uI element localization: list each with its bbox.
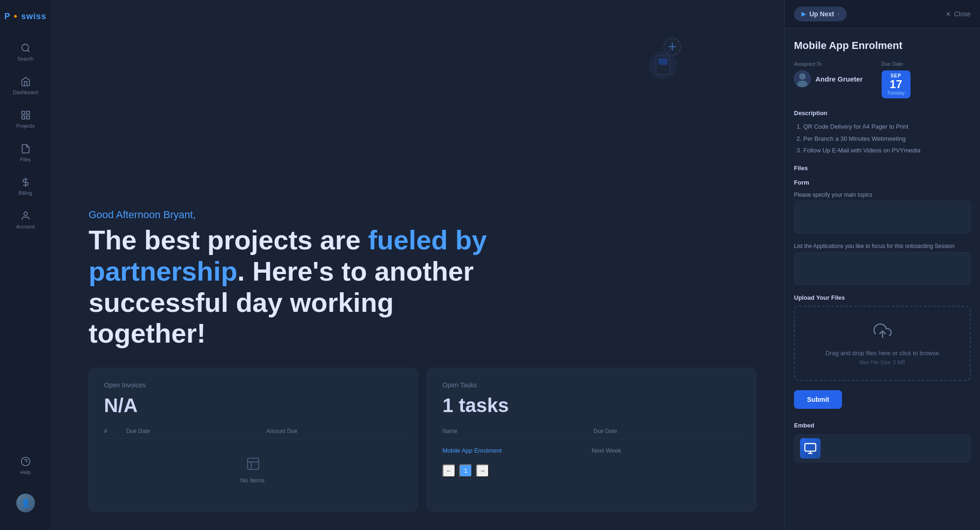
task-name[interactable]: Mobile App Enrolment bbox=[442, 447, 592, 454]
form-label-1: Please specify your main topics bbox=[794, 192, 971, 198]
sidebar-item-search[interactable]: Search bbox=[0, 36, 51, 68]
tasks-card-title: Open Tasks bbox=[442, 381, 741, 389]
svg-rect-3 bbox=[26, 111, 29, 114]
form-field-1[interactable] bbox=[794, 201, 971, 234]
avatar-image: 👤 bbox=[16, 494, 35, 512]
sidebar-item-files[interactable]: Files bbox=[0, 137, 51, 169]
hero-section: Good Afternoon Bryant, The best projects… bbox=[51, 0, 784, 368]
sidebar-item-label: Billing bbox=[19, 190, 32, 196]
dollar-icon bbox=[21, 177, 31, 187]
user-avatar-container[interactable]: 👤 bbox=[0, 483, 51, 519]
open-tasks-card: Open Tasks 1 tasks Name Due Date Mobile … bbox=[427, 368, 756, 511]
svg-rect-5 bbox=[21, 116, 24, 119]
assigned-to-label: Assigned To bbox=[794, 61, 863, 67]
play-icon: ▶ bbox=[801, 11, 806, 17]
user-avatar-image bbox=[794, 70, 811, 87]
upload-label: Upload Your Files bbox=[794, 294, 971, 301]
sidebar-item-dashboard[interactable]: Dashboard bbox=[0, 70, 51, 102]
chevron-right-icon: › bbox=[838, 12, 839, 17]
table-row: Mobile App Enrolment Next Week bbox=[442, 442, 741, 459]
panel-header: ▶ Up Next › ✕ Close bbox=[785, 0, 980, 28]
sidebar-item-help[interactable]: Help bbox=[0, 450, 51, 482]
description-section-label: Description bbox=[794, 110, 971, 117]
invoices-empty: No items. bbox=[104, 442, 402, 498]
svg-rect-4 bbox=[26, 116, 29, 119]
home-icon bbox=[21, 76, 31, 87]
avatar: 👤 bbox=[16, 494, 35, 512]
svg-rect-12 bbox=[658, 58, 668, 65]
submit-button[interactable]: Submit bbox=[794, 390, 842, 409]
list-item: QR Code Delivery for A4 Pager to Print bbox=[803, 122, 971, 131]
svg-rect-23 bbox=[805, 444, 815, 451]
due-weekday: Tuesday bbox=[887, 90, 905, 96]
list-item: Follow Up E-Mail with Videos on PVYmedia bbox=[803, 146, 971, 155]
invoices-card-title: Open Invoices bbox=[104, 381, 402, 389]
invoices-value: N/A bbox=[104, 394, 402, 417]
sidebar-nav: Search Dashboard Projects Files Billing bbox=[0, 36, 51, 450]
upload-section: Upload Your Files Drag and drop files he… bbox=[794, 294, 971, 381]
form-group-1: Please specify your main topics bbox=[794, 192, 971, 235]
hero-title: The best projects are fueled by partners… bbox=[89, 225, 508, 349]
sidebar-item-label: Dashboard bbox=[13, 89, 38, 95]
next-page-button[interactable]: → bbox=[476, 464, 489, 477]
cards-row: Open Invoices N/A # Due Date Amount Due … bbox=[51, 368, 784, 530]
panel-title: Mobile App Enrolment bbox=[794, 40, 971, 52]
sidebar: P🔸swiss Search Dashboard Projects Fil bbox=[0, 0, 51, 530]
upload-size: Max File Size: 5 MB bbox=[804, 359, 960, 365]
form-section-label: Form bbox=[794, 179, 971, 186]
invoices-col-3: Amount Due bbox=[266, 428, 402, 434]
prev-page-button[interactable]: ← bbox=[442, 464, 455, 477]
svg-point-0 bbox=[21, 44, 28, 51]
sidebar-item-label: Search bbox=[17, 56, 34, 62]
form-section: Form Please specify your main topics Lis… bbox=[794, 179, 971, 287]
assigned-user: Andre Grueter bbox=[794, 70, 863, 87]
sidebar-item-billing[interactable]: Billing bbox=[0, 171, 51, 202]
sidebar-item-label: Account bbox=[16, 224, 35, 229]
sidebar-bottom: Help 👤 bbox=[0, 450, 51, 523]
files-section-label: Files bbox=[794, 165, 971, 172]
invoices-table-header: # Due Date Amount Due bbox=[104, 424, 402, 439]
file-icon bbox=[21, 144, 31, 154]
form-field-2[interactable] bbox=[794, 252, 971, 285]
person-icon bbox=[21, 211, 31, 221]
close-label: Close bbox=[954, 10, 971, 18]
due-date-badge: SEP 17 Tuesday bbox=[882, 70, 911, 98]
hero-decoration bbox=[635, 28, 691, 84]
up-next-label: Up Next bbox=[809, 10, 834, 18]
assigned-block: Assigned To Andre Grueter bbox=[794, 61, 863, 87]
sidebar-item-account[interactable]: Account bbox=[0, 204, 51, 236]
embed-section-label: Embed bbox=[794, 422, 971, 429]
embed-section: Embed bbox=[794, 422, 971, 462]
panel-body: Mobile App Enrolment Assigned To Andre G… bbox=[785, 28, 980, 530]
right-panel: ▶ Up Next › ✕ Close Mobile App Enrolment… bbox=[784, 0, 980, 530]
close-x-icon: ✕ bbox=[945, 10, 951, 18]
svg-rect-2 bbox=[21, 111, 24, 114]
sidebar-item-projects[interactable]: Projects bbox=[0, 103, 51, 135]
due-day: 17 bbox=[887, 78, 905, 90]
form-group-2: List the Applications you like to focus … bbox=[794, 243, 971, 287]
embed-preview bbox=[794, 434, 971, 462]
empty-icon bbox=[246, 456, 261, 471]
svg-rect-16 bbox=[248, 458, 259, 469]
tasks-col-2: Due Date bbox=[594, 428, 741, 434]
tasks-pagination: ← 1 → bbox=[442, 464, 741, 477]
task-due: Next Week bbox=[592, 447, 741, 454]
hero-title-normal: The best projects are bbox=[89, 225, 368, 255]
tasks-table-header: Name Due Date bbox=[442, 424, 741, 439]
search-icon bbox=[21, 43, 31, 53]
files-section: Files bbox=[794, 165, 971, 172]
sidebar-item-label: Help bbox=[20, 469, 31, 475]
up-next-button[interactable]: ▶ Up Next › bbox=[794, 7, 847, 21]
current-page-button[interactable]: 1 bbox=[459, 464, 472, 477]
open-invoices-card: Open Invoices N/A # Due Date Amount Due … bbox=[89, 368, 418, 511]
upload-icon bbox=[804, 322, 960, 344]
form-label-2: List the Applications you like to focus … bbox=[794, 243, 971, 249]
embed-thumbnail bbox=[800, 438, 821, 459]
close-button[interactable]: ✕ Close bbox=[945, 10, 971, 18]
avatar bbox=[794, 70, 811, 87]
upload-dropzone[interactable]: Drag and drop files here or click to bro… bbox=[794, 306, 971, 381]
invoices-col-2: Due Date bbox=[126, 428, 262, 434]
help-icon bbox=[21, 456, 31, 467]
sidebar-item-label: Projects bbox=[16, 123, 35, 129]
logo-text: P🔸swiss bbox=[4, 12, 46, 21]
